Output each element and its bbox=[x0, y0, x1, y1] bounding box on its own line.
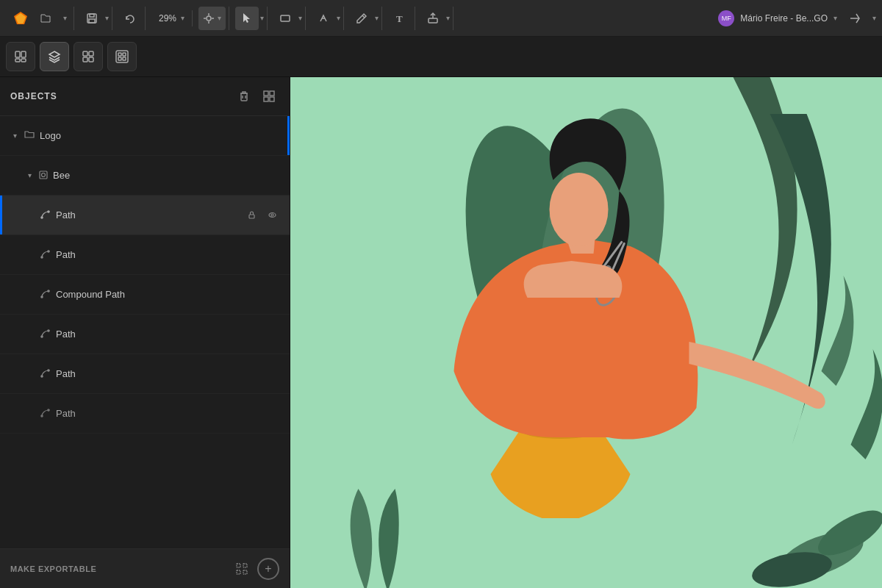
object-tree: ▾ Logo ▾ Bee bbox=[0, 116, 290, 548]
lock-button-path3[interactable] bbox=[243, 326, 260, 343]
svg-rect-14 bbox=[429, 18, 437, 23]
main-content: OBJECTS ▾ Logo bbox=[0, 77, 882, 588]
visibility-button-path4[interactable] bbox=[263, 365, 281, 383]
svg-rect-56 bbox=[249, 334, 254, 337]
svg-point-60 bbox=[47, 370, 49, 371]
svg-point-40 bbox=[47, 211, 49, 212]
svg-point-57 bbox=[269, 332, 276, 337]
tree-item-path4[interactable]: Path bbox=[0, 354, 290, 394]
delete-object-button[interactable] bbox=[234, 86, 254, 107]
share-button[interactable] bbox=[843, 7, 867, 30]
chevron-down-icon-bee: ▾ bbox=[24, 170, 35, 182]
panel-title: OBJECTS bbox=[10, 91, 57, 101]
svg-rect-25 bbox=[116, 51, 128, 62]
path2-label: Path bbox=[56, 249, 243, 260]
symbols-panel-button[interactable] bbox=[107, 42, 137, 71]
svg-rect-36 bbox=[270, 97, 274, 101]
pencil-tool[interactable] bbox=[350, 7, 373, 30]
svg-point-59 bbox=[40, 376, 42, 377]
group-button[interactable] bbox=[259, 86, 279, 107]
zoom-dropdown[interactable]: 29% ▾ bbox=[151, 10, 189, 26]
tree-item-path1[interactable]: Path bbox=[0, 196, 290, 235]
svg-rect-24 bbox=[89, 57, 93, 62]
app-icon-button[interactable] bbox=[9, 7, 32, 30]
tree-item-path3[interactable]: Path bbox=[0, 315, 290, 354]
svg-rect-3 bbox=[90, 14, 94, 17]
lock-button-compound[interactable] bbox=[243, 286, 260, 304]
path5-label: Path bbox=[56, 408, 281, 419]
layers-panel-button[interactable] bbox=[40, 42, 69, 71]
path-icon-3 bbox=[38, 328, 51, 341]
text-group: T bbox=[385, 7, 415, 30]
visibility-button-path2[interactable] bbox=[263, 246, 281, 264]
path1-label: Path bbox=[56, 209, 243, 220]
select-tool[interactable] bbox=[235, 7, 259, 30]
objects-panel: OBJECTS ▾ Logo bbox=[0, 77, 290, 588]
svg-rect-68 bbox=[237, 570, 240, 574]
rectangle-tool[interactable] bbox=[273, 7, 297, 30]
chevron-down-icon: ▾ bbox=[9, 130, 21, 142]
path1-actions bbox=[243, 207, 281, 224]
panel-header: OBJECTS bbox=[0, 77, 290, 116]
icon-toolbar bbox=[0, 37, 882, 77]
lock-button-path4[interactable] bbox=[243, 365, 260, 383]
compound-label: Compound Path bbox=[56, 289, 243, 300]
tree-item-path5[interactable]: Path bbox=[0, 394, 290, 434]
svg-point-5 bbox=[207, 16, 211, 21]
path4-label: Path bbox=[56, 368, 243, 379]
pen-tool[interactable] bbox=[312, 7, 335, 30]
export-settings-button[interactable] bbox=[231, 558, 253, 580]
tree-item-compound[interactable]: Compound Path bbox=[0, 275, 290, 315]
canvas-area[interactable] bbox=[290, 77, 882, 588]
pages-panel-button[interactable] bbox=[6, 42, 35, 71]
svg-rect-16 bbox=[15, 51, 20, 57]
illustration-svg bbox=[290, 77, 882, 588]
open-chevron[interactable]: ▾ bbox=[59, 7, 71, 30]
visibility-button-compound[interactable] bbox=[263, 286, 281, 304]
svg-point-42 bbox=[269, 213, 276, 218]
open-button[interactable] bbox=[34, 7, 57, 30]
add-export-button[interactable]: + bbox=[257, 558, 279, 580]
svg-point-43 bbox=[271, 214, 273, 216]
svg-rect-18 bbox=[15, 59, 20, 62]
lock-button-path2[interactable] bbox=[243, 246, 260, 264]
svg-rect-61 bbox=[249, 373, 254, 377]
svg-text:T: T bbox=[396, 13, 403, 24]
undo-button[interactable] bbox=[118, 7, 142, 30]
tree-item-path2[interactable]: Path bbox=[0, 235, 290, 275]
svg-rect-46 bbox=[249, 254, 254, 258]
visibility-button-path1[interactable] bbox=[263, 207, 281, 224]
assets-panel-button[interactable] bbox=[74, 42, 103, 71]
svg-rect-29 bbox=[123, 57, 126, 60]
svg-rect-22 bbox=[89, 51, 93, 56]
svg-point-50 bbox=[47, 290, 49, 292]
svg-rect-27 bbox=[123, 53, 126, 56]
svg-rect-34 bbox=[270, 91, 274, 96]
lock-button-path1[interactable] bbox=[243, 207, 260, 224]
snap-button[interactable]: ▾ bbox=[198, 7, 226, 30]
panel-footer: MAKE EXPORTABLE + bbox=[0, 548, 290, 588]
svg-rect-21 bbox=[83, 51, 87, 56]
svg-point-53 bbox=[271, 293, 273, 295]
visibility-button-path3[interactable] bbox=[263, 326, 281, 343]
svg-point-65 bbox=[47, 409, 49, 411]
top-toolbar: ▾ ▾ 29% ▾ ▾ ▾ ▾ bbox=[0, 0, 882, 37]
svg-marker-10 bbox=[243, 13, 250, 23]
tree-item-logo[interactable]: ▾ Logo bbox=[0, 116, 290, 156]
svg-rect-66 bbox=[237, 564, 240, 567]
save-button[interactable] bbox=[80, 7, 104, 30]
text-tool[interactable]: T bbox=[388, 7, 412, 30]
user-info: MF Mário Freire - Be...GO ▾ ▾ bbox=[718, 7, 876, 30]
svg-point-52 bbox=[269, 293, 276, 297]
export-button[interactable] bbox=[421, 7, 445, 30]
svg-point-48 bbox=[271, 254, 273, 256]
pen-group: ▾ bbox=[309, 7, 344, 30]
svg-rect-26 bbox=[118, 53, 121, 56]
symbol-icon bbox=[38, 170, 49, 182]
tree-item-bee[interactable]: ▾ Bee bbox=[0, 156, 290, 196]
shape-group: ▾ bbox=[270, 7, 306, 30]
svg-rect-23 bbox=[83, 57, 87, 62]
svg-point-47 bbox=[269, 253, 276, 257]
save-group: ▾ bbox=[77, 7, 112, 30]
footer-actions: + bbox=[231, 558, 279, 580]
